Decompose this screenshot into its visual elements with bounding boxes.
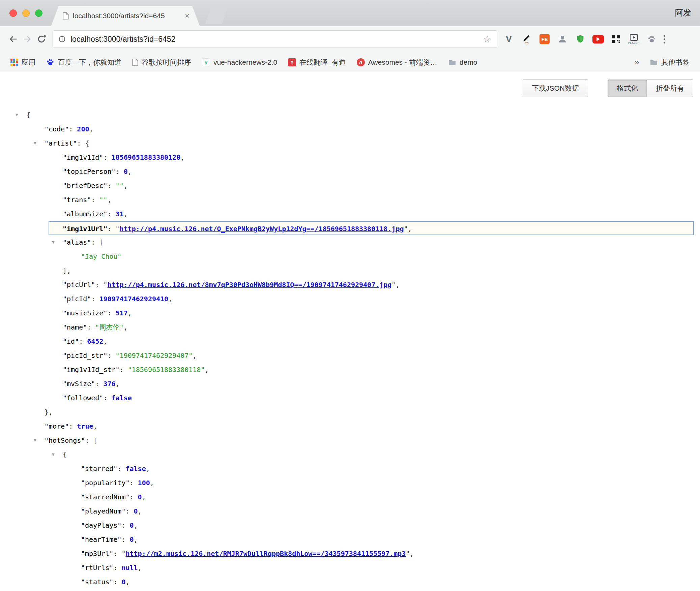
collapse-all-button[interactable]: 折叠所有 <box>647 80 693 97</box>
viewer-actions: 下载JSON数据 格式化 折叠所有 <box>0 80 700 97</box>
json-url-link[interactable]: http://p4.music.126.net/Q_ExePNkmgB2yWyL… <box>120 225 404 233</box>
profile-name[interactable]: 阿发 <box>675 7 691 18</box>
qr-code-extension-icon[interactable] <box>610 32 622 46</box>
back-button[interactable] <box>6 32 20 46</box>
json-viewer-page: 下载JSON数据 格式化 折叠所有 ▼{"code": 200,▼"artist… <box>0 72 700 591</box>
other-bookmarks-folder[interactable]: 其他书签 <box>645 56 694 69</box>
json-line-dayPlays: "dayPlays": 0, <box>0 518 700 532</box>
window-close-button[interactable] <box>9 9 17 17</box>
collapse-toggle-icon[interactable]: ▼ <box>52 447 55 462</box>
youtube-extension-icon[interactable] <box>592 32 605 46</box>
bookmark-item-demo[interactable]: demo <box>444 56 482 69</box>
collapse-toggle-icon[interactable]: ▼ <box>52 235 55 249</box>
apps-grid-icon <box>10 59 18 66</box>
json-line-code: "code": 200, <box>0 122 700 136</box>
bookmark-item-youdao[interactable]: Y 在线翻译_有道 <box>284 56 350 69</box>
json-line-img1v1Url: "img1v1Url": "http://p4.music.126.net/Q_… <box>49 221 694 235</box>
json-line-artist: ▼"artist": { <box>0 136 700 150</box>
folder-icon <box>650 58 658 66</box>
browser-toolbar: localhost:3000/artists?id=6452 ☆ V en FE <box>0 26 700 53</box>
window-zoom-button[interactable] <box>35 9 42 17</box>
extension-icons: V en FE PLAYER <box>502 32 658 46</box>
vimium-extension-icon[interactable]: V <box>502 32 515 46</box>
collapse-toggle-icon[interactable]: ▼ <box>34 433 36 447</box>
json-line-alias: ▼"alias": [ <box>0 235 700 249</box>
json-line-popularity: "popularity": 100, <box>0 476 700 490</box>
json-line-mvSize: "mvSize": 376, <box>0 377 700 391</box>
json-line-topicPerson: "topicPerson": 0, <box>0 164 700 179</box>
json-line: "Jay Chou" <box>0 249 700 263</box>
bookmark-star-icon[interactable]: ☆ <box>483 35 491 44</box>
url-text[interactable]: localhost:3000/artists?id=6452 <box>70 35 478 44</box>
json-line-briefDesc: "briefDesc": "", <box>0 179 700 193</box>
address-bar[interactable]: localhost:3000/artists?id=6452 ☆ <box>53 30 497 48</box>
page-icon <box>132 59 138 66</box>
json-line-playedNum: "playedNum": 0, <box>0 504 700 518</box>
window-minimize-button[interactable] <box>22 9 30 17</box>
json-tree: ▼{"code": 200,▼"artist": {"img1v1Id": 18… <box>0 108 700 591</box>
json-url-link[interactable]: http://m2.music.126.net/RMJR7wDullRqppBk… <box>125 550 406 558</box>
browser-menu-icon[interactable] <box>662 33 667 45</box>
json-line: ▼{ <box>0 447 700 462</box>
baidu-paw-icon <box>46 58 54 66</box>
json-line-copyFrom: "copyFrom": "", <box>0 589 700 591</box>
json-line-img1v1Id_str: "img1v1Id_str": "18569651883380118", <box>0 363 700 377</box>
site-info-icon[interactable] <box>58 35 66 43</box>
json-line-mp3Url: "mp3Url": "http://m2.music.126.net/RMJR7… <box>0 547 700 561</box>
fe-extension-icon[interactable]: FE <box>538 32 551 46</box>
bookmark-item-awesomes[interactable]: A Awesomes - 前端资… <box>352 56 442 69</box>
collapse-toggle-icon[interactable]: ▼ <box>34 136 36 150</box>
format-button[interactable]: 格式化 <box>608 80 647 97</box>
json-line: }, <box>0 405 700 419</box>
json-line-starred: "starred": false, <box>0 462 700 476</box>
json-line-hotSongs: ▼"hotSongs": [ <box>0 433 700 447</box>
json-line-name: "name": "周杰伦", <box>0 320 700 334</box>
json-line-musicSize: "musicSize": 517, <box>0 306 700 320</box>
json-line-hearTime: "hearTime": 0, <box>0 532 700 547</box>
json-line-picUrl: "picUrl": "http://p4.music.126.net/8mv7q… <box>0 278 700 292</box>
page-favicon-icon <box>63 12 69 20</box>
json-line-img1v1Id: "img1v1Id": 18569651883380120, <box>0 150 700 164</box>
bookmark-item-google-sort[interactable]: 谷歌按时间排序 <box>128 56 196 69</box>
bookmark-item-vue-hackernews[interactable]: V vue-hackernews-2.0 <box>198 56 282 69</box>
json-line-followed: "followed": false <box>0 391 700 405</box>
collapse-toggle-icon[interactable]: ▼ <box>16 108 18 122</box>
browser-window: localhost:3000/artists?id=645 × 阿发 local… <box>0 0 700 591</box>
vue-icon: V <box>202 58 210 66</box>
json-line-picId: "picId": 19097417462929410, <box>0 292 700 306</box>
download-json-button[interactable]: 下载JSON数据 <box>523 80 588 97</box>
bookmark-item-apps[interactable]: 应用 <box>6 56 40 69</box>
json-url-link[interactable]: http://p4.music.126.net/8mv7qP30Pd3oHW8b… <box>107 281 391 289</box>
tab-bar: localhost:3000/artists?id=645 × 阿发 <box>0 0 700 26</box>
bookmarks-overflow-icon[interactable]: » <box>635 57 639 67</box>
json-line-id: "id": 6452, <box>0 334 700 348</box>
bookmark-item-baidu[interactable]: 百度一下，你就知道 <box>42 56 126 69</box>
format-segmented-control: 格式化 折叠所有 <box>608 80 693 97</box>
awesomes-icon: A <box>357 58 365 66</box>
json-line: ], <box>0 263 700 278</box>
json-line-albumSize: "albumSize": 31, <box>0 207 700 221</box>
reload-button[interactable] <box>34 32 49 46</box>
translate-pen-extension-icon[interactable]: en <box>520 32 533 46</box>
shield-extension-icon[interactable] <box>574 32 587 46</box>
youdao-icon: Y <box>288 58 296 66</box>
browser-tab[interactable]: localhost:3000/artists?id=645 × <box>51 6 200 26</box>
paw-extension-icon[interactable] <box>645 32 658 46</box>
json-line-more: "more": true, <box>0 419 700 433</box>
json-line-trans: "trans": "", <box>0 193 700 207</box>
json-line-rtUrls: "rtUrls": null, <box>0 561 700 575</box>
profile-person-icon[interactable] <box>556 32 569 46</box>
tab-title: localhost:3000/artists?id=645 <box>73 12 181 20</box>
bookmarks-bar: 应用 百度一下，你就知道 谷歌按时间排序 V vue-hackernews-2.… <box>0 53 700 72</box>
tab-close-icon[interactable]: × <box>185 12 189 20</box>
json-line-starredNum: "starredNum": 0, <box>0 490 700 504</box>
json-line-picId_str: "picId_str": "19097417462929407", <box>0 348 700 363</box>
json-line: ▼{ <box>0 108 700 122</box>
new-tab-button[interactable] <box>205 9 227 24</box>
player-extension-icon[interactable]: PLAYER <box>628 32 640 46</box>
window-controls <box>9 9 42 17</box>
json-line-status: "status": 0, <box>0 575 700 589</box>
forward-button[interactable] <box>20 32 34 46</box>
folder-icon <box>448 58 456 66</box>
